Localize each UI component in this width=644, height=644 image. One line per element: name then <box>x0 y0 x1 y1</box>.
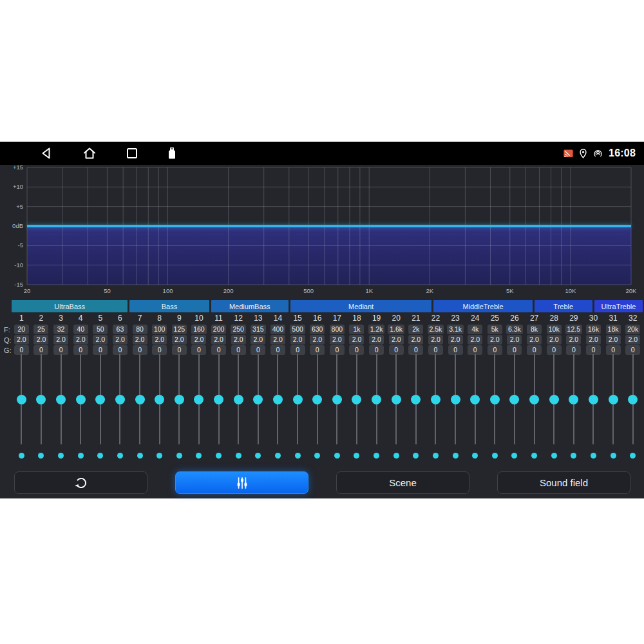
usb-icon[interactable] <box>164 146 180 161</box>
eq-slider-knob[interactable] <box>273 395 283 404</box>
eq-slider-knob[interactable] <box>175 395 184 404</box>
band-dot[interactable] <box>374 453 379 459</box>
eq-slider-knob[interactable] <box>470 395 480 404</box>
band-dot[interactable] <box>137 453 143 459</box>
recents-icon[interactable] <box>124 146 140 161</box>
eq-slider[interactable] <box>583 354 603 448</box>
band-dot[interactable] <box>314 453 320 459</box>
band-dot[interactable] <box>255 453 261 459</box>
eq-slider[interactable] <box>169 354 189 448</box>
eq-slider[interactable] <box>446 354 466 448</box>
eq-slider[interactable] <box>149 354 169 448</box>
eq-slider-knob[interactable] <box>95 395 105 404</box>
eq-slider-knob[interactable] <box>36 395 46 404</box>
eq-slider[interactable] <box>347 354 367 448</box>
band-dot[interactable] <box>196 453 202 459</box>
eq-slider[interactable] <box>91 354 111 448</box>
band-dot[interactable] <box>413 453 419 459</box>
eq-slider-knob[interactable] <box>352 395 361 404</box>
eq-slider-knob[interactable] <box>609 395 618 404</box>
eq-slider[interactable] <box>249 354 269 448</box>
eq-slider-knob[interactable] <box>372 395 381 404</box>
eq-slider-knob[interactable] <box>312 395 322 404</box>
eq-slider-knob[interactable] <box>490 395 500 404</box>
eq-slider[interactable] <box>406 354 426 448</box>
eq-slider-knob[interactable] <box>293 395 303 404</box>
band-dot[interactable] <box>97 453 103 459</box>
eq-slider[interactable] <box>465 354 485 448</box>
eq-slider-knob[interactable] <box>115 395 125 404</box>
eq-slider[interactable] <box>130 354 150 448</box>
eq-slider[interactable] <box>12 354 32 448</box>
eq-slider-knob[interactable] <box>589 395 598 404</box>
eq-slider-knob[interactable] <box>392 395 401 404</box>
eq-slider[interactable] <box>524 354 544 448</box>
band-dot[interactable] <box>531 453 537 459</box>
eq-slider[interactable] <box>51 354 71 448</box>
band-dot[interactable] <box>216 453 222 459</box>
band-dot[interactable] <box>472 453 478 459</box>
eq-slider[interactable] <box>209 354 229 448</box>
eq-slider-knob[interactable] <box>332 395 342 404</box>
equalizer-button[interactable] <box>175 471 308 494</box>
band-dot[interactable] <box>354 453 359 459</box>
eq-slider[interactable] <box>189 354 209 448</box>
eq-slider[interactable] <box>307 354 327 448</box>
back-icon[interactable] <box>39 146 55 161</box>
band-dot[interactable] <box>19 453 24 459</box>
eq-slider-knob[interactable] <box>411 395 421 404</box>
band-dot[interactable] <box>630 453 636 459</box>
eq-slider-knob[interactable] <box>431 395 440 404</box>
band-dot[interactable] <box>453 453 459 459</box>
eq-slider[interactable] <box>71 354 91 448</box>
eq-slider-knob[interactable] <box>509 395 519 404</box>
band-dot[interactable] <box>551 453 557 459</box>
band-dot[interactable] <box>393 453 399 459</box>
eq-slider-knob[interactable] <box>76 395 86 404</box>
eq-slider-knob[interactable] <box>549 395 559 404</box>
eq-slider[interactable] <box>32 354 52 448</box>
band-dot[interactable] <box>591 453 596 459</box>
eq-slider-knob[interactable] <box>234 395 243 404</box>
eq-slider-knob[interactable] <box>155 395 164 404</box>
eq-slider[interactable] <box>426 354 446 448</box>
eq-slider-knob[interactable] <box>451 395 460 404</box>
band-dot[interactable] <box>334 453 340 459</box>
band-dot[interactable] <box>117 453 123 459</box>
band-dot[interactable] <box>58 453 64 459</box>
home-icon[interactable] <box>82 146 97 161</box>
eq-slider[interactable] <box>366 354 386 448</box>
eq-slider-knob[interactable] <box>214 395 223 404</box>
eq-slider[interactable] <box>327 354 347 448</box>
eq-slider[interactable] <box>268 354 288 448</box>
sound-field-button[interactable]: Sound field <box>497 471 630 494</box>
band-dot[interactable] <box>156 453 162 459</box>
eq-slider[interactable] <box>564 354 584 448</box>
band-dot[interactable] <box>275 453 281 459</box>
eq-slider-knob[interactable] <box>194 395 204 404</box>
eq-slider-knob[interactable] <box>135 395 145 404</box>
band-dot[interactable] <box>295 453 301 459</box>
band-dot[interactable] <box>176 453 182 459</box>
eq-slider-knob[interactable] <box>628 395 638 404</box>
band-dot[interactable] <box>611 453 616 459</box>
scene-button[interactable]: Scene <box>336 471 469 494</box>
band-dot[interactable] <box>38 453 44 459</box>
eq-slider[interactable] <box>229 354 249 448</box>
eq-slider-knob[interactable] <box>253 395 263 404</box>
eq-slider-knob[interactable] <box>17 395 26 404</box>
eq-slider-knob[interactable] <box>529 395 539 404</box>
band-dot[interactable] <box>78 453 84 459</box>
eq-slider[interactable] <box>110 354 130 448</box>
band-dot[interactable] <box>236 453 242 459</box>
eq-slider[interactable] <box>603 354 623 448</box>
eq-slider-knob[interactable] <box>569 395 578 404</box>
band-dot[interactable] <box>492 453 498 459</box>
eq-slider[interactable] <box>505 354 525 448</box>
band-dot[interactable] <box>433 453 439 459</box>
eq-slider[interactable] <box>485 354 505 448</box>
reset-button[interactable] <box>14 471 147 494</box>
eq-slider[interactable] <box>544 354 564 448</box>
eq-slider[interactable] <box>623 354 643 448</box>
eq-slider[interactable] <box>288 354 308 448</box>
